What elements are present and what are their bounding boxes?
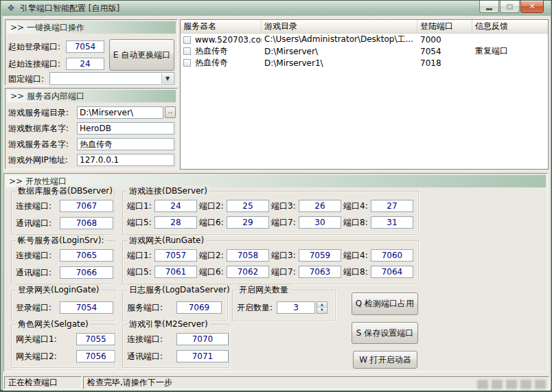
open-launcher-button[interactable]: W 打开启动器 [353, 351, 417, 369]
gameconn-port6-input[interactable] [227, 216, 269, 229]
column-header-game-dir[interactable]: 游戏目录 [262, 20, 417, 33]
gate-count-input[interactable] [277, 301, 315, 314]
panel-internal-header: >> 服务器内部端口 [7, 90, 176, 102]
rungate-port4-input[interactable] [371, 249, 413, 262]
logingate-port-label: 登录端口: [16, 302, 60, 314]
db-comm-port-label: 通讯端口: [16, 218, 60, 229]
column-header-server-name[interactable]: 服务器名 [181, 20, 262, 33]
group-loginsrv: 帐号服务器(LoginSrv): 连接端口: 通讯端口: [11, 240, 115, 284]
gameconn-port5-input[interactable] [154, 216, 197, 229]
maximize-button[interactable] [500, 1, 520, 13]
app-window: ❖ 引擎端口智能配置 [自用版] ✕ >> 一键换端口操作 起始登录端口: 起始… [0, 0, 552, 392]
m2-connect-port-input[interactable] [176, 333, 229, 345]
browse-dir-button[interactable]: .. [165, 106, 176, 118]
selgate-port2-input[interactable] [76, 350, 115, 362]
auto-change-port-button[interactable]: E 自动更换端口 [109, 39, 174, 71]
row-checkbox[interactable] [183, 36, 191, 44]
gate-count-stepper[interactable]: ▲ ▼ [317, 301, 327, 314]
minimize-button[interactable] [479, 1, 499, 13]
rungate-port3-input[interactable] [299, 249, 341, 262]
cell-game-dir: D:\Mirserver1\ [262, 58, 417, 68]
m2-comm-port-input[interactable] [176, 350, 229, 362]
group-loginsrv-title: 帐号服务器(LoginSrv): [16, 235, 106, 246]
client-area: >> 一键换端口操作 起始登录端口: 起始连接端口: E 自动更换端口 固定端口… [3, 16, 551, 391]
table-row[interactable]: www.520703.com C:\Users\Administrator\De… [181, 34, 548, 45]
logingate-port-input[interactable] [60, 301, 113, 314]
rungate-port7-input[interactable] [299, 266, 341, 278]
port2-label: 端口2: [199, 250, 227, 262]
group-dbserver: 数据库服务器(DBServer) 连接端口: 通讯端口: [11, 191, 115, 235]
start-login-port-input[interactable] [66, 41, 104, 53]
group-logingate-title: 登录网关(LoginGate) [16, 284, 101, 296]
db-comm-port-input[interactable] [60, 217, 113, 229]
gate-count-label: 开启数量: [237, 301, 273, 314]
port8-label: 端口8: [343, 266, 371, 278]
cell-login-port: 7000 [417, 35, 472, 45]
selgate-port1-label: 网关端口1: [16, 334, 76, 345]
column-header-login-port[interactable]: 登陆端口 [417, 20, 472, 33]
row-checkbox[interactable] [183, 47, 191, 55]
port2-label: 端口2: [199, 200, 227, 212]
group-game-connect-title: 游戏连接(DBServer) [127, 185, 209, 197]
rungate-port8-input[interactable] [371, 266, 413, 278]
rungate-port5-input[interactable] [154, 266, 197, 278]
rungate-port2-input[interactable] [227, 249, 269, 262]
rungate-port6-input[interactable] [227, 266, 269, 278]
gameconn-port4-input[interactable] [371, 200, 413, 212]
close-button[interactable]: ✕ [520, 1, 544, 13]
gameconn-port3-input[interactable] [299, 200, 341, 212]
port5-label: 端口5: [127, 266, 154, 278]
gameconn-port1-input[interactable] [154, 200, 197, 212]
table-row[interactable]: 热血传奇 D:\Mirserver\ 7054 重复端口 [181, 45, 548, 57]
gameconn-port8-input[interactable] [371, 216, 413, 229]
group-selgate-title: 角色网关(Selgate) [16, 319, 91, 330]
stepper-down-icon[interactable]: ▼ [317, 308, 327, 313]
game-server-name-label: 游戏服务器名字: [8, 138, 69, 150]
chevron-down-icon[interactable]: ▼ [161, 73, 173, 84]
server-table: 服务器名 游戏目录 登陆端口 信息反馈 www.520703.com C:\Us… [180, 19, 549, 170]
cell-server-name: 热血传奇 [195, 58, 228, 67]
status-checking: 正在检查端口 [4, 376, 82, 389]
group-logingate: 登录网关(LoginGate) 登录端口: [11, 290, 115, 321]
table-row[interactable]: 热血传奇 D:\Mirserver1\ 7018 [181, 57, 548, 69]
server-table-header: 服务器名 游戏目录 登陆端口 信息反馈 [181, 20, 548, 34]
db-connect-port-input[interactable] [60, 200, 113, 212]
selgate-port1-input[interactable] [76, 333, 115, 345]
watermark [474, 380, 546, 389]
gameconn-port7-input[interactable] [299, 216, 341, 229]
start-login-port-label: 起始登录端口: [8, 41, 60, 53]
cell-server-name: 热血传奇 [195, 46, 228, 56]
game-server-name-input[interactable] [77, 138, 174, 150]
loginsrv-connect-port-input[interactable] [60, 249, 113, 262]
gameconn-port2-input[interactable] [227, 200, 269, 212]
close-icon: ✕ [529, 2, 535, 11]
m2-comm-port-label: 通讯端口: [127, 351, 176, 362]
game-db-name-label: 游戏数据库名字: [8, 122, 69, 135]
loginsrv-comm-port-input[interactable] [60, 266, 113, 279]
rungate-port1-input[interactable] [154, 249, 197, 262]
start-connect-port-input[interactable] [66, 58, 104, 70]
start-connect-port-label: 起始连接端口: [8, 58, 60, 70]
status-bar: 正在检查端口 检查完毕,请操作下一步 [3, 376, 550, 390]
logdata-port-label: 服务端口: [127, 302, 176, 314]
panel-open-ports: >> 开放性端口 数据库服务器(DBServer) 连接端口: 通讯端口: 游戏… [3, 173, 548, 372]
logdata-port-input[interactable] [176, 301, 222, 314]
port5-label: 端口5: [127, 217, 154, 229]
m2-connect-port-label: 连接端口: [127, 334, 176, 345]
db-connect-port-label: 连接端口: [16, 200, 60, 212]
game-ip-input[interactable] [77, 154, 174, 166]
check-port-usage-button[interactable]: Q 检测端口占用 [352, 292, 418, 315]
selgate-port2-label: 网关端口2: [16, 351, 76, 362]
port4-label: 端口4: [343, 250, 371, 262]
game-db-name-input[interactable] [77, 122, 174, 135]
stepper-up-icon[interactable]: ▲ [317, 302, 327, 308]
titlebar[interactable]: ❖ 引擎端口智能配置 [自用版] ✕ [1, 1, 551, 16]
group-rungate-title: 游戏网关(RunGate) [127, 235, 206, 246]
group-gate-count-title: 开启网关数量 [237, 284, 290, 296]
save-port-settings-button[interactable]: S 保存设置端口 [352, 322, 418, 344]
column-header-feedback[interactable]: 信息反馈 [472, 20, 548, 33]
game-server-dir-input[interactable] [77, 106, 163, 119]
panel-quick-port: >> 一键换端口操作 起始登录端口: 起始连接端口: E 自动更换端口 固定端口… [5, 19, 178, 86]
fixed-port-combobox[interactable]: ▼ [49, 72, 174, 85]
row-checkbox[interactable] [183, 59, 191, 67]
